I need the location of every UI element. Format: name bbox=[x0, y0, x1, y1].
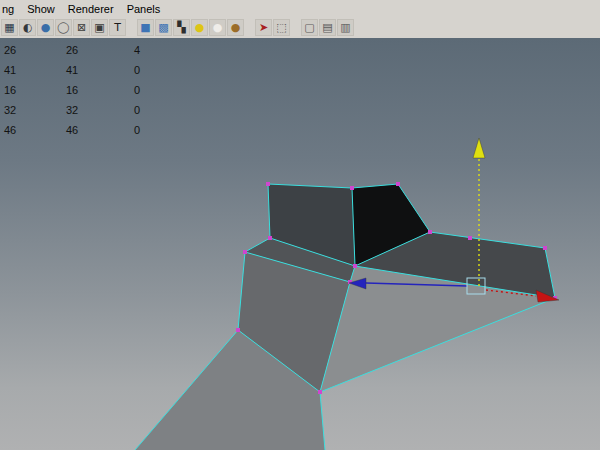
gate-mask-icon[interactable]: ⊠ bbox=[73, 19, 90, 36]
hud-count: 0 bbox=[134, 104, 140, 116]
mesh-vertex[interactable] bbox=[266, 182, 270, 186]
hud-count: 26 bbox=[66, 44, 78, 56]
flat-sphere-icon[interactable]: ◯ bbox=[55, 19, 72, 36]
material-ball-icon[interactable]: ● bbox=[227, 19, 244, 36]
view-cube-icon[interactable]: ▤ bbox=[319, 19, 336, 36]
marquee-select-icon[interactable]: ⬚ bbox=[273, 19, 290, 36]
hud-count: 32 bbox=[66, 104, 78, 116]
checker-material-icon[interactable]: ▚ bbox=[173, 19, 190, 36]
manipulator-y-arrowhead[interactable] bbox=[473, 138, 485, 158]
menu-item-panels[interactable]: Panels bbox=[127, 3, 161, 15]
menu-item-ng[interactable]: ng bbox=[2, 3, 14, 15]
hud-count: 4 bbox=[134, 44, 140, 56]
hud-count: 32 bbox=[4, 104, 16, 116]
mesh-vertex[interactable] bbox=[428, 230, 432, 234]
ik-handle-icon[interactable]: ➤ bbox=[255, 19, 272, 36]
mesh-vertex[interactable] bbox=[543, 246, 547, 250]
camera-gate-icon[interactable]: ◐ bbox=[19, 19, 36, 36]
toolbar-separator bbox=[291, 19, 300, 36]
mesh-vertex[interactable] bbox=[353, 264, 357, 268]
menu-item-show[interactable]: Show bbox=[27, 3, 55, 15]
hud-count: 0 bbox=[134, 64, 140, 76]
hud-count: 46 bbox=[66, 124, 78, 136]
shaded-sphere-icon[interactable]: ● bbox=[37, 19, 54, 36]
hud-count: 16 bbox=[4, 84, 16, 96]
film-gate-icon[interactable]: ▣ bbox=[91, 19, 108, 36]
panel-toolbar: ▦◐●◯⊠▣T■▩▚●●●➤⬚▢▤▥ bbox=[0, 16, 600, 39]
mesh-vertex[interactable] bbox=[350, 186, 354, 190]
mesh-vertex[interactable] bbox=[318, 390, 322, 394]
smooth-shade-icon[interactable]: ■ bbox=[137, 19, 154, 36]
hud-count: 16 bbox=[66, 84, 78, 96]
hud-count: 41 bbox=[66, 64, 78, 76]
default-light-icon[interactable]: ● bbox=[191, 19, 208, 36]
hud-count: 0 bbox=[134, 84, 140, 96]
mesh-vertex[interactable] bbox=[268, 236, 272, 240]
hud-count: 41 bbox=[4, 64, 16, 76]
hud-count: 0 bbox=[134, 124, 140, 136]
texture-view-icon[interactable]: T bbox=[109, 19, 126, 36]
panel-layout-icon[interactable]: ▥ bbox=[337, 19, 354, 36]
hud-count: 26 bbox=[4, 44, 16, 56]
white-light-icon[interactable]: ● bbox=[209, 19, 226, 36]
mesh-vertex[interactable] bbox=[468, 236, 472, 240]
toolbar-separator bbox=[245, 19, 254, 36]
textured-shade-icon[interactable]: ▩ bbox=[155, 19, 172, 36]
mesh-vertex[interactable] bbox=[243, 250, 247, 254]
grid-display-icon[interactable]: ▦ bbox=[1, 19, 18, 36]
hud-count: 46 bbox=[4, 124, 16, 136]
mesh-vertex[interactable] bbox=[396, 182, 400, 186]
mesh-vertex[interactable] bbox=[236, 328, 240, 332]
viewport-3d[interactable]: 2626441410161603232046460 bbox=[0, 38, 600, 450]
toolbar-separator bbox=[127, 19, 136, 36]
menu-item-renderer[interactable]: Renderer bbox=[68, 3, 114, 15]
isolate-select-icon[interactable]: ▢ bbox=[301, 19, 318, 36]
menubar: ngShowRendererPanels bbox=[0, 0, 600, 16]
poly-count-hud: 2626441410161603232046460 bbox=[0, 38, 200, 158]
